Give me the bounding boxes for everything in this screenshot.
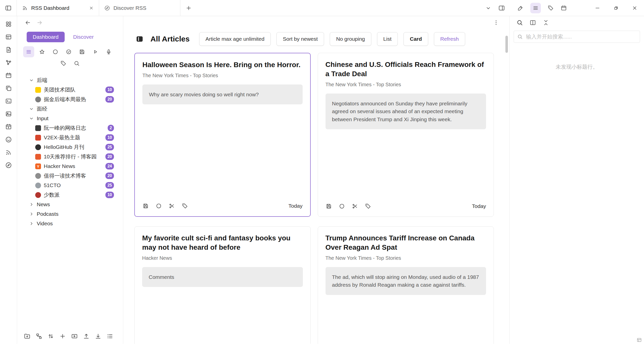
group-label: 面经 xyxy=(37,105,47,112)
video-icon[interactable] xyxy=(71,333,78,340)
tag-icon[interactable] xyxy=(365,203,371,209)
sidebar-toggle-icon[interactable] xyxy=(0,0,17,16)
feed-item[interactable]: 少数派 10 xyxy=(17,190,123,200)
tab-rss-dashboard[interactable]: RSS Dashboard xyxy=(17,0,99,16)
read-circle-icon[interactable] xyxy=(155,203,162,209)
feed-item[interactable]: Y Hacker News 24 xyxy=(17,161,123,171)
sort-icon[interactable] xyxy=(47,333,54,340)
article-card[interactable]: Trump Announces Tariff Increase on Canad… xyxy=(318,226,494,344)
feed-item[interactable]: 值得一读技术博客 20 xyxy=(17,171,123,181)
save-icon[interactable] xyxy=(326,203,332,209)
card-view-button[interactable]: Card xyxy=(404,32,428,46)
feed-item[interactable]: 美团技术团队 10 xyxy=(17,85,123,95)
tree-group[interactable]: 后端 xyxy=(17,75,123,85)
feed-item[interactable]: HelloGitHub 月刊 25 xyxy=(17,142,123,152)
collapse-sidebar-icon[interactable] xyxy=(134,34,145,44)
check-circle-icon[interactable] xyxy=(63,46,74,57)
corner-grid-icon[interactable] xyxy=(636,337,642,343)
tree-group[interactable]: Videos xyxy=(17,219,123,228)
article-card[interactable]: My favorite cult sci-fi and fantasy book… xyxy=(134,226,311,344)
dashboard-button[interactable]: Dashboard xyxy=(27,32,65,42)
tree-group[interactable]: Input xyxy=(17,114,123,123)
list-view-button[interactable]: List xyxy=(377,32,398,46)
pen-icon[interactable] xyxy=(517,5,524,11)
tree-group[interactable]: Podcasts xyxy=(17,209,123,219)
compass-icon[interactable] xyxy=(5,162,12,169)
read-circle-icon[interactable] xyxy=(339,203,345,209)
emoji-icon[interactable] xyxy=(5,136,12,143)
sort-filter[interactable]: Sort by newest xyxy=(276,32,324,46)
grouping-filter[interactable]: No grouping xyxy=(330,32,371,46)
minimize-button[interactable] xyxy=(588,0,607,16)
more-options-icon[interactable] xyxy=(493,19,499,26)
daily-note-icon[interactable] xyxy=(5,123,12,130)
rss-dashboard-plugin-icon[interactable] xyxy=(530,3,541,13)
collapse-icon[interactable] xyxy=(542,19,549,26)
unread-badge: 20 xyxy=(105,153,114,160)
refresh-button[interactable]: Refresh xyxy=(434,32,465,46)
upload-icon[interactable] xyxy=(83,333,90,340)
terminal-icon[interactable] xyxy=(5,98,12,105)
group-label: News xyxy=(37,201,50,207)
graph-icon[interactable] xyxy=(5,59,12,66)
maximize-button[interactable] xyxy=(607,0,625,16)
scrollbar-thumb[interactable] xyxy=(505,36,508,53)
tree-group[interactable]: 面经 xyxy=(17,104,123,114)
microphone-icon[interactable] xyxy=(103,46,114,57)
article-card[interactable]: Halloween Season Is Here. Bring on the H… xyxy=(134,53,311,217)
max-age-filter[interactable]: Article max age unlimited xyxy=(199,32,271,46)
search-icon[interactable] xyxy=(71,58,82,69)
calendar-icon[interactable] xyxy=(5,72,12,79)
calendar-icon[interactable] xyxy=(560,5,567,11)
columns-icon[interactable] xyxy=(529,19,536,26)
add-icon[interactable] xyxy=(59,333,66,340)
feed-item[interactable]: V2EX-最热主题 10 xyxy=(17,133,123,142)
tag-icon[interactable] xyxy=(182,203,188,209)
tag-icon[interactable] xyxy=(58,58,69,69)
list-view-icon[interactable] xyxy=(23,46,34,57)
article-card[interactable]: Chinese and U.S. Officials Reach Framewo… xyxy=(318,53,494,217)
tag-icon[interactable] xyxy=(547,5,554,11)
star-icon[interactable] xyxy=(36,46,48,57)
image-icon[interactable] xyxy=(5,110,12,117)
grid-icon[interactable] xyxy=(5,21,12,28)
forward-icon[interactable] xyxy=(36,19,43,26)
close-button[interactable] xyxy=(625,0,644,16)
add-folder-icon[interactable] xyxy=(24,333,31,340)
search-icon[interactable] xyxy=(516,19,523,26)
outline-grid-icon[interactable] xyxy=(5,33,12,40)
feed-item[interactable]: 51CTO 25 xyxy=(17,181,123,190)
article-excerpt: Why are scary movies doing so well right… xyxy=(142,84,303,105)
feed-label: 美团技术团队 xyxy=(44,86,75,93)
download-icon[interactable] xyxy=(95,333,102,340)
scissors-icon[interactable] xyxy=(352,203,358,209)
tab-discover-rss[interactable]: Discover RSS xyxy=(99,0,180,16)
unread-badge: 20 xyxy=(105,173,114,179)
save-icon[interactable] xyxy=(76,46,88,57)
tree-group[interactable]: News xyxy=(17,200,123,209)
group-label: Videos xyxy=(37,221,53,227)
rss-icon[interactable] xyxy=(5,149,12,156)
feed-item[interactable]: 10天推荐排行 - 博客园 20 xyxy=(17,152,123,161)
scissors-icon[interactable] xyxy=(169,203,175,209)
search-input[interactable] xyxy=(526,34,637,40)
hierarchy-icon[interactable] xyxy=(35,333,43,340)
outline-search-panel: 未发现小标题行。 xyxy=(509,16,644,344)
save-icon[interactable] xyxy=(142,203,149,209)
doc-edit-icon[interactable] xyxy=(5,46,12,53)
tab-list-chevron-icon[interactable] xyxy=(485,5,492,11)
pages-icon[interactable] xyxy=(5,85,12,92)
chevron-down-icon xyxy=(29,106,34,112)
back-icon[interactable] xyxy=(25,19,31,26)
feed-item[interactable]: 掘金后端本周最热 20 xyxy=(17,95,123,104)
play-icon[interactable] xyxy=(90,46,101,57)
article-date: Today xyxy=(288,203,302,209)
list-icon[interactable] xyxy=(106,333,113,340)
close-tab-icon[interactable] xyxy=(89,6,94,11)
new-tab-button[interactable] xyxy=(180,0,197,16)
panel-toggle-icon[interactable] xyxy=(498,5,505,12)
discover-button[interactable]: Discover xyxy=(73,34,94,40)
feed-item[interactable]: 阮一峰的网络日志 2 xyxy=(17,123,123,133)
circle-icon[interactable] xyxy=(50,46,61,57)
sidebar-tools-row xyxy=(17,42,123,57)
